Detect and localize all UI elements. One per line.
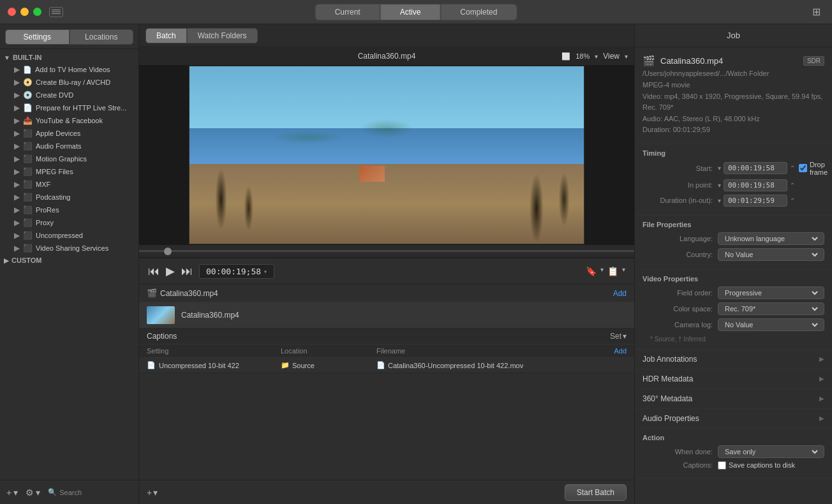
sidebar-item-dvd[interactable]: ▶ 💿 Create DVD [0,89,138,101]
chevron-down-icon: ▾ [13,487,18,498]
time-display: 00:00:19;58 ▾ [199,264,274,279]
camera-log-dropdown[interactable]: No Value [718,318,824,331]
minimize-button[interactable] [20,8,29,16]
when-done-dropdown[interactable]: Save only [718,445,824,458]
set-chevron-icon: ▾ [623,332,627,341]
sidebar-item-bluray[interactable]: ▶ 📀 Create Blu-ray / AVCHD [0,76,138,89]
360-metadata-section[interactable]: 360° Metadata ▶ [635,389,832,409]
country-select[interactable]: No Value [722,250,820,259]
sidebar-item-apple[interactable]: ▶ ⬛ Apple Devices [0,127,138,140]
sidebar-item-add-tv[interactable]: ▶ 📄 Add to TV Home Videos [0,63,138,76]
sidebar-item-http[interactable]: ▶ 📄 Prepare for HTTP Live Stre... [0,101,138,114]
hdr-metadata-section[interactable]: HDR Metadata ▶ [635,369,832,389]
camera-log-select[interactable]: No Value [722,320,820,329]
timeline-track [139,250,634,252]
country-dropdown[interactable]: No Value [718,248,824,261]
location-folder-icon: 📁 [281,361,290,369]
sidebar-item-label: Audio Formats [36,142,82,150]
sidebar-item-label: MXF [36,181,50,188]
tab-watch-folders[interactable]: Watch Folders [187,28,258,43]
sidebar-item-prores[interactable]: ▶ ⬛ ProRes [0,204,138,216]
bluray-arrow: ▶ [14,78,20,87]
view-menu-button[interactable]: View [603,52,620,61]
hdr-metadata-label: HDR Metadata [643,374,693,383]
start-batch-button[interactable]: Start Batch [565,484,627,501]
tab-locations[interactable]: Locations [70,29,134,45]
color-space-row: Color space: Rec. 709* [643,302,824,315]
search-label: Search [59,489,82,496]
job-video-info: Video: mp4, 3840 x 1920, Progressive, Sq… [643,91,824,114]
play-button[interactable]: ▶ [166,264,175,278]
marker-button[interactable]: 🔖 [586,266,597,276]
captions-row[interactable]: 📄 Uncompressed 10-bit 422 📁 Source 📄 Cat… [139,358,634,373]
timecode-chevron-icon: ▾ [264,268,267,275]
color-space-select[interactable]: Rec. 709* [722,304,820,313]
when-done-select[interactable]: Save only [722,447,820,456]
save-captions-checkbox[interactable] [718,461,726,470]
sidebar-item-mxf[interactable]: ▶ ⬛ MXF [0,178,138,191]
skip-back-button[interactable]: ⏮ [148,265,160,278]
action-title: Action [643,434,824,441]
sidebar-item-video-sharing[interactable]: ▶ ⬛ Video Sharing Services [0,242,138,255]
section-custom-arrow: ▶ [4,257,9,264]
add-batch-button[interactable]: + ▾ [147,487,158,498]
gear-icon: ⚙ [26,487,34,498]
gear-button[interactable]: ⚙ ▾ [26,487,40,498]
search-area[interactable]: 🔍 Search [48,488,132,496]
duration-input[interactable] [724,195,787,207]
fullscreen-button[interactable] [33,8,41,16]
audio-props-section[interactable]: Audio Properties ▶ [635,409,832,429]
captions-set-button[interactable]: Set ▾ [610,332,627,341]
hdr-expand-icon: ▶ [819,375,824,382]
scrubber-bar[interactable] [139,245,634,258]
captions-add-button[interactable]: Add [614,347,627,355]
caption-setting-value: Uncompressed 10-bit 422 [159,362,239,369]
tab-settings[interactable]: Settings [5,29,70,45]
sidebar-item-uncompressed[interactable]: ▶ ⬛ Uncompressed [0,229,138,242]
sidebar-item-podcasting[interactable]: ▶ ⬛ Podcasting [0,191,138,204]
timing-duration-row: Duration (in-out): ▾ ⌃ [643,195,824,207]
tab-completed[interactable]: Completed [440,4,517,20]
sidebar-toggle-button[interactable] [49,7,63,17]
audio-expand-icon: ▶ [819,415,824,422]
camera-log-label: Camera log: [643,321,713,329]
sidebar-item-mpeg[interactable]: ▶ ⬛ MPEG Files [0,165,138,178]
start-up-icon: ⌃ [790,165,795,172]
sidebar-item-motion[interactable]: ▶ ⬛ Motion Graphics [0,152,138,165]
field-order-select[interactable]: Progressive [722,288,820,297]
add-item-button[interactable]: + ▾ [6,487,18,498]
tab-batch[interactable]: Batch [145,28,187,43]
section-builtin[interactable]: ▼ BUILT-IN [0,52,138,63]
skip-forward-button[interactable]: ⏭ [181,265,193,278]
sidebar-item-audio[interactable]: ▶ ⬛ Audio Formats [0,140,138,152]
clip-button[interactable]: 📋 [607,266,618,276]
job-path: /Users/johnnyappleseed/.../Watch Folder [643,70,824,77]
file-item[interactable]: Catalina360.mp4 [139,302,634,329]
sidebar-item-youtube[interactable]: ▶ 📤 YouTube & Facebook [0,114,138,127]
drop-frame-checkbox[interactable] [799,164,807,172]
col-location-label: Location [281,347,370,355]
settings-icon[interactable]: ⊞ [808,4,824,19]
language-select[interactable]: Unknown language [722,234,820,243]
captions-section: Captions Set ▾ Setting Location Filename… [139,329,634,373]
language-dropdown[interactable]: Unknown language [718,232,824,245]
inpoint-input[interactable] [724,179,787,191]
setting-doc-icon: 📄 [147,361,156,369]
tab-active[interactable]: Active [380,4,441,20]
section-custom[interactable]: ▶ CUSTOM [0,255,138,266]
job-annotations-section[interactable]: Job Annotations ▶ [635,350,832,369]
close-button[interactable] [8,8,16,16]
dvd-arrow: ▶ [14,91,20,100]
start-time-input[interactable] [724,162,787,174]
sidebar-item-label: Create Blu-ray / AVCHD [36,78,110,86]
yt-arrow: ▶ [14,116,20,125]
color-space-dropdown[interactable]: Rec. 709* [718,302,824,315]
action-section: Action When done: Save only Captions: Sa… [635,429,832,478]
file-add-button[interactable]: Add [613,289,627,298]
field-order-dropdown[interactable]: Progressive [718,286,824,299]
playhead[interactable] [164,248,172,255]
job-filename: Catalina360.mp4 [660,56,723,66]
start-chevron-icon: ▾ [718,165,721,172]
sidebar-item-proxy[interactable]: ▶ ⬛ Proxy [0,216,138,229]
tab-current[interactable]: Current [315,4,380,20]
